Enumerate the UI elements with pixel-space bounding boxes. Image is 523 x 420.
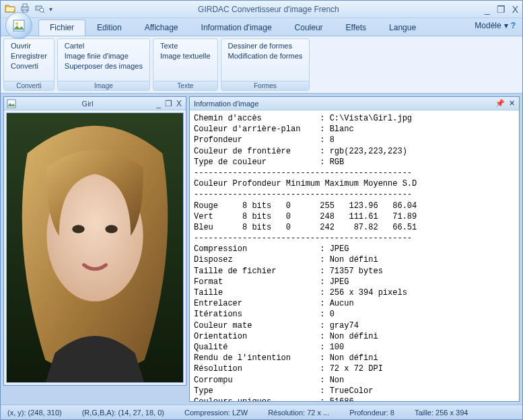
group-label-formes: Formes <box>221 81 310 90</box>
group-label-texte: Texte <box>153 81 217 90</box>
status-rgba: (R,G,B,A): (14, 27, 18, 0) <box>82 409 164 417</box>
workspace: Girl _ ❐ X <box>1 94 522 405</box>
cmd-cartel[interactable]: Cartel <box>65 42 143 50</box>
document-titlebar: Girl _ ❐ X <box>4 97 186 110</box>
tab-couleur[interactable]: Couleur <box>283 20 335 36</box>
status-bar: (x, y): (248, 310) (R,G,B,A): (14, 27, 1… <box>1 405 522 419</box>
tab-fichier[interactable]: Fichier <box>38 20 85 36</box>
ribbon-group-formes: Dessiner de formes Modification de forme… <box>221 38 310 91</box>
svg-point-7 <box>15 22 18 25</box>
group-label-image: Image <box>58 81 149 90</box>
cmd-image-textuelle[interactable]: Image textuelle <box>160 52 211 60</box>
info-panel-title: Information d'image <box>194 100 491 108</box>
svg-rect-1 <box>23 4 27 7</box>
status-compression: Compression: LZW <box>184 409 248 417</box>
left-pane: Girl _ ❐ X <box>1 94 189 405</box>
minimize-button[interactable]: _ <box>485 5 490 14</box>
group-label-converti: Converti <box>4 81 54 90</box>
status-size: Taille: 256 x 394 <box>415 409 468 417</box>
document-title: Girl <box>19 100 156 108</box>
cmd-ouvrir[interactable]: Ouvrir <box>11 42 47 50</box>
status-xy: (x, y): (248, 310) <box>7 409 62 417</box>
close-button[interactable]: X <box>512 5 518 14</box>
svg-point-11 <box>72 225 84 233</box>
app-orb-button[interactable] <box>5 12 32 39</box>
cmd-dessiner-formes[interactable]: Dessiner de formes <box>228 42 303 50</box>
tab-edition[interactable]: Edition <box>85 20 133 36</box>
doc-restore-button[interactable]: ❐ <box>165 99 172 108</box>
app-title: GIRDAC Convertisseur d'image French <box>53 5 485 14</box>
help-icon[interactable]: ? <box>511 21 516 30</box>
document-icon <box>7 99 16 108</box>
cmd-enregistrer[interactable]: Enregistrer <box>11 52 47 60</box>
print-preview-icon[interactable] <box>34 3 45 16</box>
status-resolution: Résolution: 72 x ... <box>268 409 329 417</box>
tab-effets[interactable]: Effets <box>335 20 378 36</box>
cmd-texte[interactable]: Texte <box>160 42 211 50</box>
modele-dropdown[interactable]: Modèle ▾ ? <box>475 21 516 30</box>
svg-rect-2 <box>23 10 27 12</box>
cmd-image-finie[interactable]: Image finie d'image <box>65 52 143 60</box>
document-window: Girl _ ❐ X <box>3 96 186 386</box>
restore-button[interactable]: ❐ <box>497 5 505 14</box>
pin-icon[interactable]: 📌 <box>495 99 505 108</box>
svg-rect-8 <box>7 100 15 108</box>
panel-close-icon[interactable]: ✕ <box>509 99 515 108</box>
document-image-viewport[interactable] <box>6 112 184 383</box>
modele-label: Modèle <box>475 21 501 30</box>
title-bar: ▾ GIRDAC Convertisseur d'image French _ … <box>1 1 522 18</box>
tab-langue[interactable]: Langue <box>378 20 427 36</box>
cmd-modif-formes[interactable]: Modification de formes <box>228 52 303 60</box>
photo-placeholder <box>7 113 183 382</box>
cmd-superposer[interactable]: Superposer des images <box>65 62 143 70</box>
image-icon <box>12 19 26 32</box>
info-panel: Information d'image 📌 ✕ Chemin d'accès :… <box>189 96 520 402</box>
right-pane: Information d'image 📌 ✕ Chemin d'accès :… <box>189 94 522 405</box>
info-panel-header: Information d'image 📌 ✕ <box>190 97 519 110</box>
doc-close-button[interactable]: X <box>176 99 182 108</box>
cmd-converti[interactable]: Converti <box>11 62 47 70</box>
svg-line-5 <box>43 11 44 13</box>
ribbon-group-image: Cartel Image finie d'image Superposer de… <box>57 38 150 91</box>
ribbon-group-converti: Ouvrir Enregistrer Converti Converti <box>3 38 55 91</box>
app-window: ▾ GIRDAC Convertisseur d'image French _ … <box>0 0 523 420</box>
chevron-down-icon: ▾ <box>504 21 508 30</box>
ribbon-tabs: Fichier Edition Affichage Information d'… <box>1 18 522 36</box>
info-panel-body[interactable]: Chemin d'accès : C:\Vista\Girl.jpg Coule… <box>190 110 519 401</box>
tab-information[interactable]: Information d'image <box>190 20 283 36</box>
doc-minimize-button[interactable]: _ <box>156 99 161 108</box>
tab-affichage[interactable]: Affichage <box>133 20 190 36</box>
ribbon-group-texte: Texte Image textuelle Texte <box>153 38 218 91</box>
svg-point-12 <box>105 225 117 233</box>
status-depth: Profondeur: 8 <box>349 409 394 417</box>
window-controls: _ ❐ X <box>485 5 518 14</box>
ribbon-body: Ouvrir Enregistrer Converti Converti Car… <box>1 36 522 94</box>
